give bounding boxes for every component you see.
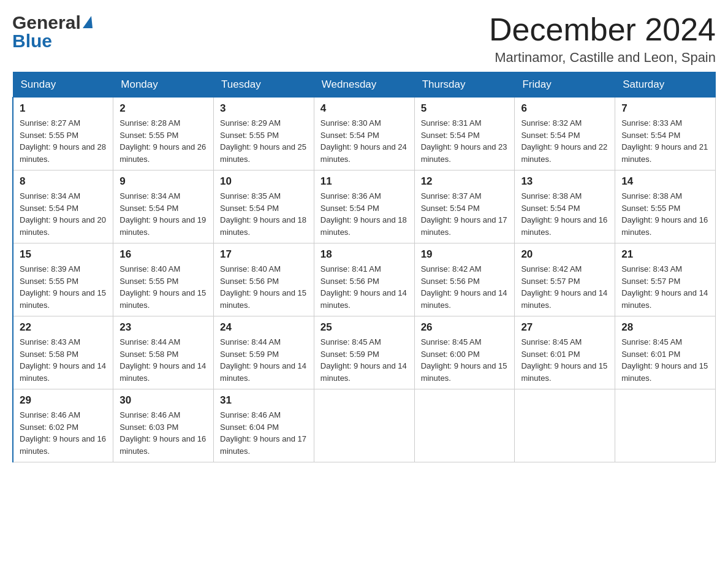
day-number: 30 [119,394,207,407]
day-number: 16 [119,248,207,261]
table-row: 16 Sunrise: 8:40 AM Sunset: 5:55 PM Dayl… [113,243,214,316]
table-row: 19 Sunrise: 8:42 AM Sunset: 5:56 PM Dayl… [414,243,515,316]
day-info: Sunrise: 8:42 AM Sunset: 5:56 PM Dayligh… [421,263,509,311]
page-header: General Blue December 2024 Martinamor, C… [12,12,716,66]
col-sunday: Sunday [13,72,113,98]
location-subtitle: Martinamor, Castille and Leon, Spain [489,50,716,66]
month-title: December 2024 [489,12,716,47]
day-number: 10 [220,175,308,188]
day-number: 20 [521,248,609,261]
day-number: 17 [220,248,308,261]
table-row: 1 Sunrise: 8:27 AM Sunset: 5:55 PM Dayli… [13,98,113,170]
day-number: 12 [421,175,509,188]
table-row [515,389,615,462]
day-info: Sunrise: 8:29 AM Sunset: 5:55 PM Dayligh… [220,117,308,165]
table-row: 23 Sunrise: 8:44 AM Sunset: 5:58 PM Dayl… [113,316,214,389]
day-number: 24 [220,321,308,334]
day-number: 3 [220,102,308,115]
table-row [414,389,515,462]
day-info: Sunrise: 8:39 AM Sunset: 5:55 PM Dayligh… [20,263,107,311]
table-row: 31 Sunrise: 8:46 AM Sunset: 6:04 PM Dayl… [214,389,314,462]
table-row: 29 Sunrise: 8:46 AM Sunset: 6:02 PM Dayl… [13,389,113,462]
day-info: Sunrise: 8:45 AM Sunset: 6:01 PM Dayligh… [621,336,709,384]
table-row: 25 Sunrise: 8:45 AM Sunset: 5:59 PM Dayl… [314,316,414,389]
day-number: 9 [119,175,207,188]
calendar-week-row: 22 Sunrise: 8:43 AM Sunset: 5:58 PM Dayl… [13,316,716,389]
table-row [615,389,716,462]
table-row: 9 Sunrise: 8:34 AM Sunset: 5:54 PM Dayli… [113,170,214,243]
day-info: Sunrise: 8:44 AM Sunset: 5:58 PM Dayligh… [119,336,207,384]
day-number: 19 [421,248,509,261]
day-number: 15 [20,248,107,261]
col-wednesday: Wednesday [314,72,414,98]
day-number: 2 [119,102,207,115]
day-number: 6 [521,102,609,115]
calendar-week-row: 8 Sunrise: 8:34 AM Sunset: 5:54 PM Dayli… [13,170,716,243]
logo-triangle-icon [83,16,93,28]
table-row: 20 Sunrise: 8:42 AM Sunset: 5:57 PM Dayl… [515,243,615,316]
day-info: Sunrise: 8:40 AM Sunset: 5:56 PM Dayligh… [220,263,308,311]
table-row: 27 Sunrise: 8:45 AM Sunset: 6:01 PM Dayl… [515,316,615,389]
table-row: 17 Sunrise: 8:40 AM Sunset: 5:56 PM Dayl… [214,243,314,316]
day-number: 29 [20,394,107,407]
table-row: 22 Sunrise: 8:43 AM Sunset: 5:58 PM Dayl… [13,316,113,389]
table-row: 2 Sunrise: 8:28 AM Sunset: 5:55 PM Dayli… [113,98,214,170]
day-info: Sunrise: 8:43 AM Sunset: 5:57 PM Dayligh… [621,263,709,311]
day-number: 25 [320,321,408,334]
calendar-week-row: 29 Sunrise: 8:46 AM Sunset: 6:02 PM Dayl… [13,389,716,462]
day-number: 13 [521,175,609,188]
calendar-header-row: Sunday Monday Tuesday Wednesday Thursday… [13,72,716,98]
col-tuesday: Tuesday [214,72,314,98]
day-info: Sunrise: 8:46 AM Sunset: 6:02 PM Dayligh… [20,409,107,457]
day-number: 21 [621,248,709,261]
day-info: Sunrise: 8:46 AM Sunset: 6:04 PM Dayligh… [220,409,308,457]
day-info: Sunrise: 8:34 AM Sunset: 5:54 PM Dayligh… [119,190,207,238]
calendar-week-row: 1 Sunrise: 8:27 AM Sunset: 5:55 PM Dayli… [13,98,716,170]
day-number: 26 [421,321,509,334]
table-row: 30 Sunrise: 8:46 AM Sunset: 6:03 PM Dayl… [113,389,214,462]
day-info: Sunrise: 8:27 AM Sunset: 5:55 PM Dayligh… [20,117,107,165]
table-row: 13 Sunrise: 8:38 AM Sunset: 5:54 PM Dayl… [515,170,615,243]
table-row: 10 Sunrise: 8:35 AM Sunset: 5:54 PM Dayl… [214,170,314,243]
day-number: 8 [20,175,107,188]
logo-blue-text: Blue [12,31,52,52]
day-number: 1 [20,102,107,115]
table-row: 26 Sunrise: 8:45 AM Sunset: 6:00 PM Dayl… [414,316,515,389]
logo-general-text: General [12,12,81,33]
day-number: 22 [20,321,107,334]
day-info: Sunrise: 8:40 AM Sunset: 5:55 PM Dayligh… [119,263,207,311]
table-row: 4 Sunrise: 8:30 AM Sunset: 5:54 PM Dayli… [314,98,414,170]
day-info: Sunrise: 8:32 AM Sunset: 5:54 PM Dayligh… [521,117,609,165]
day-number: 18 [320,248,408,261]
table-row: 14 Sunrise: 8:38 AM Sunset: 5:55 PM Dayl… [615,170,716,243]
table-row: 15 Sunrise: 8:39 AM Sunset: 5:55 PM Dayl… [13,243,113,316]
table-row: 7 Sunrise: 8:33 AM Sunset: 5:54 PM Dayli… [615,98,716,170]
table-row [314,389,414,462]
day-info: Sunrise: 8:30 AM Sunset: 5:54 PM Dayligh… [320,117,408,165]
logo: General Blue [12,12,93,52]
col-thursday: Thursday [414,72,515,98]
calendar-week-row: 15 Sunrise: 8:39 AM Sunset: 5:55 PM Dayl… [13,243,716,316]
day-info: Sunrise: 8:42 AM Sunset: 5:57 PM Dayligh… [521,263,609,311]
day-info: Sunrise: 8:45 AM Sunset: 5:59 PM Dayligh… [320,336,408,384]
day-number: 14 [621,175,709,188]
day-number: 5 [421,102,509,115]
day-info: Sunrise: 8:38 AM Sunset: 5:54 PM Dayligh… [521,190,609,238]
day-number: 7 [621,102,709,115]
table-row: 21 Sunrise: 8:43 AM Sunset: 5:57 PM Dayl… [615,243,716,316]
day-info: Sunrise: 8:41 AM Sunset: 5:56 PM Dayligh… [320,263,408,311]
day-info: Sunrise: 8:43 AM Sunset: 5:58 PM Dayligh… [20,336,107,384]
day-info: Sunrise: 8:34 AM Sunset: 5:54 PM Dayligh… [20,190,107,238]
day-number: 28 [621,321,709,334]
day-info: Sunrise: 8:37 AM Sunset: 5:54 PM Dayligh… [421,190,509,238]
day-info: Sunrise: 8:44 AM Sunset: 5:59 PM Dayligh… [220,336,308,384]
day-info: Sunrise: 8:38 AM Sunset: 5:55 PM Dayligh… [621,190,709,238]
day-number: 11 [320,175,408,188]
title-block: December 2024 Martinamor, Castille and L… [489,12,716,66]
day-number: 23 [119,321,207,334]
day-info: Sunrise: 8:31 AM Sunset: 5:54 PM Dayligh… [421,117,509,165]
col-friday: Friday [515,72,615,98]
col-saturday: Saturday [615,72,716,98]
table-row: 3 Sunrise: 8:29 AM Sunset: 5:55 PM Dayli… [214,98,314,170]
day-number: 31 [220,394,308,407]
